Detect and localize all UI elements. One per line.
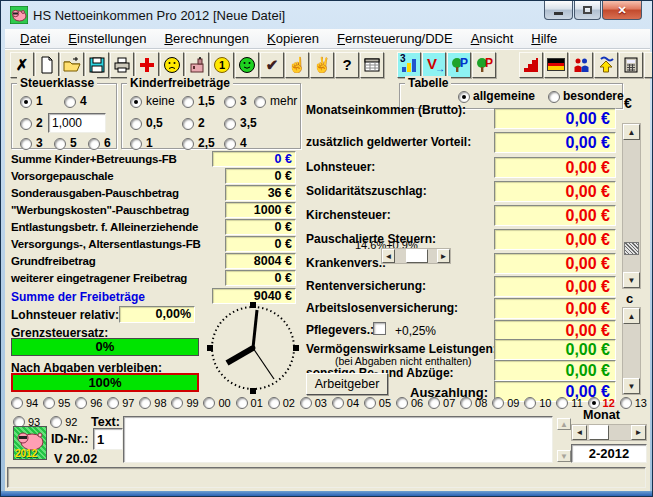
steuerklasse-3-radio[interactable] xyxy=(20,138,32,150)
sonstige-field[interactable]: 0,00 € xyxy=(494,360,616,381)
menu-einstellungen[interactable]: Einstellungen xyxy=(59,30,155,47)
steuerklasse-5-radio[interactable] xyxy=(54,138,66,150)
happy-face-button[interactable] xyxy=(235,52,259,78)
year-radio-09[interactable]: 09 xyxy=(492,397,519,409)
monat-right-arrow[interactable]: ► xyxy=(631,425,646,440)
steuerklasse-6-radio[interactable] xyxy=(88,138,100,150)
scroll-down-arrow[interactable]: ▼ xyxy=(623,378,640,394)
text-input[interactable] xyxy=(123,416,553,463)
kinder-1-radio[interactable] xyxy=(130,138,142,150)
pauschal-steuern-field[interactable]: 0,00 € xyxy=(494,229,616,250)
close-button[interactable]: ✕ xyxy=(602,1,642,20)
maximize-button[interactable] xyxy=(574,1,601,20)
table-view-button[interactable] xyxy=(360,52,384,78)
year-radio-01[interactable]: 01 xyxy=(236,397,263,409)
point-hand-button[interactable]: ☝ xyxy=(285,52,309,78)
tree-p-blue-button[interactable]: P xyxy=(447,52,471,78)
compare-persons-button[interactable] xyxy=(569,52,593,78)
lohnsteuer-field[interactable]: 0,00 € xyxy=(494,157,616,178)
faktor-input[interactable] xyxy=(48,113,106,133)
upload-button[interactable] xyxy=(594,52,618,78)
monat-left-arrow[interactable]: ◄ xyxy=(572,425,587,440)
krankenvers-field[interactable]: 0,00 € xyxy=(494,253,616,274)
kinder-4-radio[interactable] xyxy=(224,138,236,150)
monat-thumb[interactable] xyxy=(589,425,609,440)
year-radio-04[interactable]: 04 xyxy=(332,397,359,409)
info-button[interactable]: i xyxy=(644,52,653,78)
year-radio-06[interactable]: 06 xyxy=(396,397,423,409)
versorgung-field[interactable]: 0 € xyxy=(225,236,296,252)
text-scroll-down-arrow[interactable]: ▼ xyxy=(557,450,571,462)
rentenvers-field[interactable]: 0,00 € xyxy=(494,276,616,297)
arbeitgeber-button[interactable]: Arbeitgeber xyxy=(306,373,388,395)
werbungskosten-field[interactable]: 1000 € xyxy=(225,202,296,218)
menu-hilfe[interactable]: Hilfe xyxy=(522,30,566,47)
kinder-fb-field[interactable]: 0 € xyxy=(212,151,296,167)
kinder-3-radio[interactable] xyxy=(224,96,236,108)
emergency-button[interactable] xyxy=(135,52,159,78)
slider-left-arrow[interactable]: ◄ xyxy=(382,249,395,263)
geldwerter-vorteil-field[interactable]: 0,00 € xyxy=(494,132,616,153)
year-radio-10[interactable]: 10 xyxy=(524,397,551,409)
kinder-2-radio[interactable] xyxy=(182,118,194,130)
kinder-3-5-radio[interactable] xyxy=(224,118,236,130)
year-radio-94[interactable]: 94 xyxy=(11,397,38,409)
german-flag-button[interactable] xyxy=(544,52,568,78)
scroll-down-arrow[interactable]: ▼ xyxy=(623,272,640,288)
scroll-up-arrow[interactable]: ▲ xyxy=(623,124,640,140)
monat-scrollbar[interactable]: ◄ ► xyxy=(571,424,647,441)
year-radio-05[interactable]: 05 xyxy=(364,397,391,409)
scroll-thumb[interactable] xyxy=(624,242,639,255)
minimize-button[interactable] xyxy=(544,1,573,20)
year-radio-92[interactable]: 92 xyxy=(50,416,77,428)
progression-button[interactable] xyxy=(519,52,543,78)
sonderausgaben-field[interactable]: 36 € xyxy=(225,185,296,201)
kinder-2-5-radio[interactable] xyxy=(182,138,194,150)
pflegevers-checkbox[interactable] xyxy=(373,322,386,335)
kinder-mehr-radio[interactable] xyxy=(254,96,266,108)
soli-field[interactable]: 0,00 € xyxy=(494,181,616,202)
open-file-button[interactable] xyxy=(60,52,84,78)
print-button[interactable] xyxy=(110,52,134,78)
pflegevers-field[interactable]: 0,00 € xyxy=(494,320,616,341)
scroll-up-arrow[interactable]: ▲ xyxy=(623,308,640,324)
weiterer-freibetrag-field[interactable]: 0 € xyxy=(225,270,296,286)
year-radio-96[interactable]: 96 xyxy=(75,397,102,409)
steuerklasse-2-radio[interactable] xyxy=(20,118,32,130)
grundfreibetrag-field[interactable]: 8004 € xyxy=(225,253,296,269)
year-radio-97[interactable]: 97 xyxy=(107,397,134,409)
year-radio-98[interactable]: 98 xyxy=(139,397,166,409)
steuerklasse-4-radio[interactable] xyxy=(64,96,76,108)
church-tax-button[interactable] xyxy=(185,52,209,78)
year-radio-99[interactable]: 99 xyxy=(171,397,198,409)
entlastung-field[interactable]: 0 € xyxy=(225,219,296,235)
exit-button[interactable]: ✗ xyxy=(10,52,34,78)
vorsorge-field[interactable]: 0 € xyxy=(225,168,296,184)
sad-face-button[interactable] xyxy=(160,52,184,78)
lohnsteuer-relativ-field[interactable]: 0,00% xyxy=(119,306,195,323)
brutto-field[interactable]: 0,00 € xyxy=(494,108,616,129)
help-button[interactable]: ? xyxy=(335,52,359,78)
year-radio-07[interactable]: 07 xyxy=(428,397,455,409)
steuerklasse-1-radio[interactable] xyxy=(20,96,32,108)
year-radio-08[interactable]: 08 xyxy=(460,397,487,409)
title-bar[interactable]: HS Nettoeinkommen Pro 2012 [Neue Datei] … xyxy=(1,1,652,29)
slider-thumb[interactable] xyxy=(406,249,428,263)
krankenvers-slider[interactable]: ◄ ► xyxy=(381,248,451,264)
year-radio-11[interactable]: 11 xyxy=(556,397,582,409)
year-radio-95[interactable]: 95 xyxy=(43,397,70,409)
new-file-button[interactable] xyxy=(35,52,59,78)
save-button[interactable] xyxy=(85,52,109,78)
menu-kopieren[interactable]: Kopieren xyxy=(258,30,328,47)
coin-button[interactable]: 1 xyxy=(210,52,234,78)
kinder-0-5-radio[interactable] xyxy=(130,118,142,130)
chart-3-button[interactable]: 3 xyxy=(397,52,421,78)
kinder-1-5-radio[interactable] xyxy=(182,96,194,108)
kinder-keine-radio[interactable] xyxy=(130,96,142,108)
gesture-hand-button[interactable]: ✌ xyxy=(310,52,334,78)
menu-fernsteuerung[interactable]: Fernsteuerung/DDE xyxy=(328,30,462,47)
year-radio-03[interactable]: 03 xyxy=(300,397,327,409)
menu-datei[interactable]: Datei xyxy=(11,30,59,47)
tabelle-besondere-radio[interactable] xyxy=(548,91,560,103)
confirm-button[interactable]: ✔ xyxy=(260,52,284,78)
